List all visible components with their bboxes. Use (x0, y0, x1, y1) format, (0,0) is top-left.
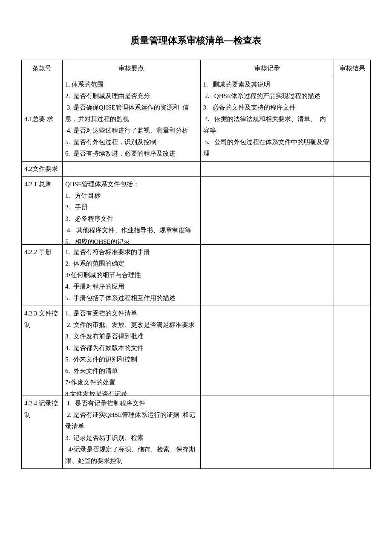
header-clause: 条款号 (22, 60, 63, 77)
clause-cell: 4.2.2 手册 (22, 245, 63, 306)
result-cell (334, 396, 371, 469)
points-cell: 1. 体系的范围 2. 是否有删减及理由是否充分 3. 是否确保QHSE管理体系… (63, 77, 201, 162)
clause-cell: 4.2.1 总则 (22, 177, 63, 245)
table-row: 4.2.4 记录控制 1. 是否有记录控制程序文件 2. 是否有证实QHSE管理… (22, 396, 371, 469)
result-cell (334, 177, 371, 245)
clause-cell: 4.2文件要求 (22, 162, 63, 177)
page-title: 质量管理体系审核清单—检查表 (21, 34, 371, 47)
header-records: 审核记录 (200, 60, 334, 77)
points-cell: 1. 是否有受控的文件清单 2. 文件的审批、发放、更改是否满足标准要求 3. … (63, 306, 201, 396)
records-cell (200, 396, 334, 469)
header-points: 审核要点 (63, 60, 201, 77)
records-cell (200, 245, 334, 306)
points-cell: QHSE管理体系文件包括： 1. 方针目标 2. 手册 3. 必备程序文件 4.… (63, 177, 201, 245)
records-cell: 1. 删减的要素及其说明 2. QHSE体系过程的产品实现过程的描述 3. 必备… (200, 77, 334, 162)
table-row: 4.2.3 文件控制 1. 是否有受控的文件清单 2. 文件的审批、发放、更改是… (22, 306, 371, 396)
records-cell (200, 306, 334, 396)
table-row: 4.2.2 手册 1. 是否有符合标准要求的手册 2. 体系的范围的确定 3•任… (22, 245, 371, 306)
clause-cell: 4.2.4 记录控制 (22, 396, 63, 469)
result-cell (334, 245, 371, 306)
records-cell (200, 162, 334, 177)
header-result: 审核结果 (334, 60, 371, 77)
result-cell (334, 306, 371, 396)
table-row: 4.2.1 总则 QHSE管理体系文件包括： 1. 方针目标 2. 手册 3. … (22, 177, 371, 245)
result-cell (334, 77, 371, 162)
records-cell (200, 177, 334, 245)
points-cell: 1. 是否有符合标准要求的手册 2. 体系的范围的确定 3•任何删减的细节与合理… (63, 245, 201, 306)
audit-checklist-table: 条款号 审核要点 审核记录 审核结果 4.1总要 求 1. 体系的范围 2. 是… (21, 60, 371, 469)
points-cell: 1. 是否有记录控制程序文件 2. 是否有证实QHSE管理体系运行的证据 和记录… (63, 396, 201, 469)
points-cell (63, 162, 201, 177)
table-row: 4.2文件要求 (22, 162, 371, 177)
table-row: 4.1总要 求 1. 体系的范围 2. 是否有删减及理由是否充分 3. 是否确保… (22, 77, 371, 162)
result-cell (334, 162, 371, 177)
clause-cell: 4.2.3 文件控制 (22, 306, 63, 396)
clause-cell: 4.1总要 求 (22, 77, 63, 162)
